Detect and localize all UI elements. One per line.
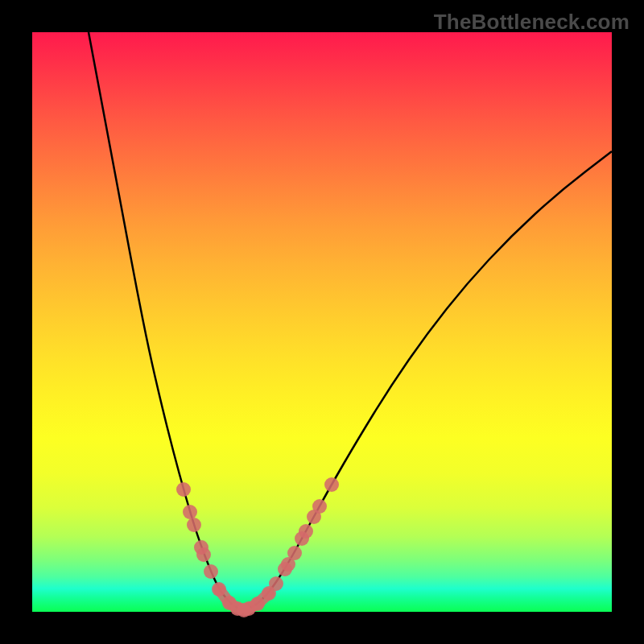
data-marker: [196, 547, 211, 562]
data-marker: [299, 524, 313, 539]
data-marker: [324, 477, 339, 492]
plot-area: [32, 32, 612, 612]
data-marker: [204, 564, 218, 579]
data-marker: [187, 518, 201, 532]
curve-group: [89, 32, 612, 610]
data-marker: [183, 505, 197, 519]
chart-svg: [32, 32, 612, 612]
data-marker: [287, 546, 302, 560]
left-curve-path: [89, 32, 244, 610]
data-marker: [312, 499, 327, 514]
marker-group-bottom: [219, 589, 269, 617]
watermark-text: TheBottleneck.com: [434, 10, 630, 35]
data-marker: [237, 603, 251, 617]
data-marker: [176, 482, 191, 497]
chart-frame: TheBottleneck.com: [0, 0, 644, 644]
